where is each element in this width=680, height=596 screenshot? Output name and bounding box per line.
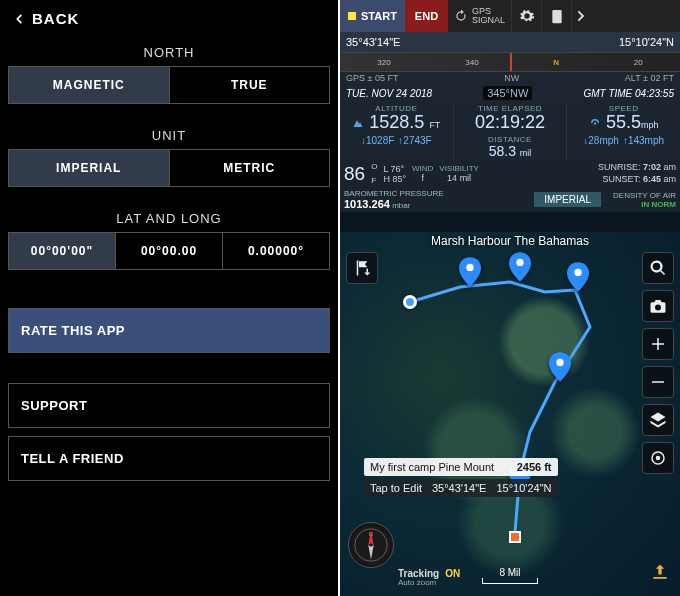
svg-point-2 (574, 269, 581, 276)
settings-button[interactable] (511, 0, 541, 32)
gmt-value: GMT TIME 04:23:55 (583, 88, 674, 99)
latlong-dd[interactable]: 0.00000° (222, 233, 329, 269)
search-button[interactable] (642, 252, 674, 284)
share-button[interactable] (650, 562, 670, 586)
clipboard-icon (549, 8, 565, 24)
coords-row: 35°43'14"E 15°10'24"N (340, 32, 680, 52)
end-button[interactable]: END (405, 0, 448, 32)
support-button[interactable]: SUPPORT (8, 383, 330, 428)
speed-cell[interactable]: SPEED 55.5mph (567, 102, 680, 133)
unit-segment: IMPERIAL METRIC (8, 149, 330, 187)
temp-block[interactable]: 86 (344, 162, 365, 185)
stats-panel: ALTITUDE 1528.5 FT TIME ELAPSED 02:19:22… (340, 102, 680, 160)
visibility-value: 14 (447, 173, 457, 183)
sunset-value: 6:45 (643, 174, 661, 184)
latlong-dms[interactable]: 00°00'00" (9, 233, 115, 269)
temp-high: H 85° (383, 174, 406, 184)
compass-ruler[interactable]: 320 340 N 20 (340, 52, 680, 72)
altitude-range: 1028F 2743F (344, 135, 449, 146)
layers-button[interactable] (642, 404, 674, 436)
waypoint-callout[interactable]: My first camp Pine Mount 2456 ft Tap to … (364, 458, 558, 500)
svg-point-0 (466, 264, 473, 271)
zoom-out-button[interactable] (642, 366, 674, 398)
ruler-tick: 320 (377, 58, 390, 67)
alt-max: 2743F (398, 135, 431, 146)
waypoint-pin[interactable] (509, 252, 531, 282)
bearing-value: 345°NW (483, 86, 532, 100)
unit-title: UNIT (0, 128, 338, 143)
lat-value: 35°43'14"E (346, 36, 400, 48)
gauge-icon (589, 117, 601, 129)
camera-button[interactable] (642, 290, 674, 322)
callout-tap[interactable]: Tap to Edit (370, 482, 422, 494)
speed-value: 55.5 (606, 112, 641, 132)
sunrise-label: SUNRISE: (598, 162, 641, 172)
gear-icon (519, 8, 535, 24)
svg-text:N: N (369, 531, 373, 537)
wind-label: WIND (412, 164, 433, 173)
sunset-label: SUNSET: (602, 174, 640, 184)
baro-row: BAROMETRIC PRESSURE 1013.264 mbar IMPERI… (340, 187, 680, 212)
latlong-title: LAT AND LONG (0, 211, 338, 226)
back-button[interactable]: BACK (0, 0, 338, 37)
unit-metric[interactable]: METRIC (169, 150, 330, 186)
temp-deg-f: F (371, 176, 377, 185)
sunrise-value: 7:02 (643, 162, 661, 172)
density-value: IN NORM (613, 200, 676, 209)
tracking-status[interactable]: TrackingON Auto zoom (398, 568, 460, 588)
start-button[interactable]: START (340, 0, 405, 32)
log-button[interactable] (541, 0, 571, 32)
alt-min: 1028F (361, 135, 394, 146)
route-start-icon (403, 295, 417, 309)
more-button[interactable] (571, 0, 589, 32)
chevron-right-icon (573, 8, 589, 24)
ruler-tick-north: N (553, 58, 559, 67)
north-true[interactable]: TRUE (169, 67, 330, 103)
baro-value: 1013.264 (344, 198, 390, 210)
signal-label: SIGNAL (472, 15, 505, 25)
end-label: END (415, 10, 438, 22)
altitude-cell[interactable]: ALTITUDE 1528.5 FT (340, 102, 454, 133)
waypoint-pin[interactable] (549, 352, 571, 382)
distance-value: 58.3 (489, 143, 516, 159)
imperial-toggle-button[interactable]: IMPERIAL (534, 192, 601, 207)
zoom-in-button[interactable] (642, 328, 674, 360)
gps-accuracy: GPS ± 05 FT (346, 73, 398, 83)
waypoint-pin[interactable] (459, 257, 481, 287)
speed-unit: mph (641, 120, 659, 130)
heading-dir: NW (504, 73, 519, 83)
ruler-tick: 340 (465, 58, 478, 67)
svg-point-1 (516, 259, 523, 266)
latlong-dm[interactable]: 00°00.00 (115, 233, 222, 269)
tracking-state: ON (445, 568, 460, 579)
alt-accuracy: ALT ± 02 FT (625, 73, 674, 83)
unit-imperial[interactable]: IMPERIAL (9, 150, 169, 186)
rate-app-button[interactable]: RATE THIS APP (8, 308, 330, 353)
back-label: BACK (32, 10, 79, 27)
wind-value: f (412, 173, 433, 183)
sunrise-ampm: am (663, 162, 676, 172)
refresh-icon (454, 9, 468, 23)
settings-screen: BACK NORTH MAGNETIC TRUE UNIT IMPERIAL M… (0, 0, 340, 596)
waypoint-add-button[interactable] (346, 252, 378, 284)
compass-widget[interactable]: N (348, 522, 394, 568)
start-label: START (361, 10, 397, 22)
date-row: TUE. NOV 24 2018 345°NW GMT TIME 04:23:5… (340, 84, 680, 102)
locate-button[interactable] (642, 442, 674, 474)
tell-friend-button[interactable]: TELL A FRIEND (8, 436, 330, 481)
baro-label: BAROMETRIC PRESSURE (344, 189, 444, 198)
north-magnetic[interactable]: MAGNETIC (9, 67, 169, 103)
plus-icon (649, 335, 667, 353)
gps-signal-button[interactable]: GPSSIGNAL (448, 0, 511, 32)
elapsed-cell[interactable]: TIME ELAPSED 02:19:22 (454, 102, 568, 133)
chevron-left-icon (12, 12, 26, 26)
altitude-value: 1528.5 (369, 112, 424, 132)
ruler-needle-icon (510, 53, 512, 71)
scale-bar: 8 Mil (482, 567, 538, 584)
route-end-icon (509, 531, 521, 543)
waypoint-pin[interactable] (567, 262, 589, 292)
mountain-icon (352, 117, 364, 129)
baro-unit: mbar (392, 201, 410, 210)
density-label: DENSITY OF AIR (613, 191, 676, 200)
distance-cell[interactable]: DISTANCE 58.3 mil (454, 133, 568, 160)
